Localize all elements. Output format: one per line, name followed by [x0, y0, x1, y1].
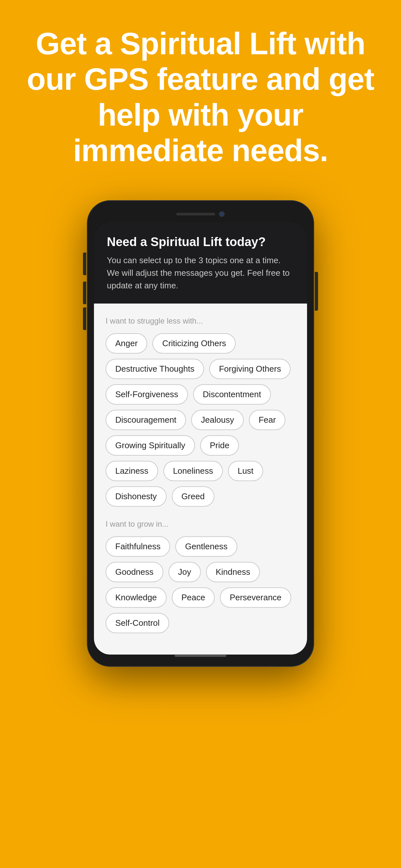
grow-section-label: I want to grow in... [105, 520, 296, 529]
struggle-section-label: I want to struggle less with... [105, 316, 296, 326]
struggle-tag[interactable]: Fear [249, 410, 285, 430]
struggle-tags-container: AngerCriticizing OthersDestructive Thoug… [105, 333, 296, 507]
grow-tag[interactable]: Peace [172, 587, 215, 608]
home-indicator [175, 655, 226, 657]
grow-section-divider: I want to grow in... [105, 520, 296, 529]
grow-tag[interactable]: Faithfulness [105, 536, 170, 557]
struggle-tag[interactable]: Discouragement [105, 410, 186, 430]
phone-camera [219, 211, 225, 217]
screen-header: Need a Spiritual Lift today? You can sel… [94, 222, 307, 304]
screen-body: I want to struggle less with... AngerCri… [94, 304, 307, 655]
grow-tag[interactable]: Perseverance [220, 587, 291, 608]
hero-section: Get a Spiritual Lift with our GPS featur… [0, 0, 401, 188]
struggle-tag[interactable]: Greed [172, 486, 214, 507]
struggle-tag[interactable]: Lust [228, 461, 263, 481]
struggle-tag[interactable]: Laziness [105, 461, 158, 481]
struggle-tag[interactable]: Self-Forgiveness [105, 384, 188, 405]
phone-container: Need a Spiritual Lift today? You can sel… [0, 188, 401, 692]
grow-tag[interactable]: Joy [168, 562, 201, 582]
struggle-tag[interactable]: Loneliness [163, 461, 223, 481]
hero-title: Get a Spiritual Lift with our GPS featur… [19, 26, 382, 168]
phone-screen: Need a Spiritual Lift today? You can sel… [94, 222, 307, 655]
struggle-tag[interactable]: Forgiving Others [209, 359, 290, 379]
struggle-tag[interactable]: Growing Spiritually [105, 435, 195, 456]
struggle-tag[interactable]: Pride [200, 435, 239, 456]
grow-tag[interactable]: Kindness [206, 562, 260, 582]
phone-frame: Need a Spiritual Lift today? You can sel… [88, 201, 313, 666]
phone-top-bar [94, 207, 307, 222]
grow-tag[interactable]: Goodness [105, 562, 163, 582]
screen-title: Need a Spiritual Lift today? [107, 235, 294, 249]
phone-bottom-bar [94, 655, 307, 660]
phone-speaker [176, 213, 215, 215]
struggle-tag[interactable]: Criticizing Others [152, 333, 236, 353]
grow-tags-container: FaithfulnessGentlenessGoodnessJoyKindnes… [105, 536, 296, 633]
grow-tag[interactable]: Gentleness [175, 536, 237, 557]
struggle-tag[interactable]: Jealousy [191, 410, 244, 430]
struggle-tag[interactable]: Discontentment [193, 384, 271, 405]
struggle-tag[interactable]: Destructive Thoughts [105, 359, 204, 379]
grow-tag[interactable]: Self-Control [105, 613, 169, 633]
struggle-tag[interactable]: Dishonesty [105, 486, 166, 507]
struggle-tag[interactable]: Anger [105, 333, 147, 353]
grow-tag[interactable]: Knowledge [105, 587, 166, 608]
screen-subtitle: You can select up to the 3 topics one at… [107, 254, 294, 292]
